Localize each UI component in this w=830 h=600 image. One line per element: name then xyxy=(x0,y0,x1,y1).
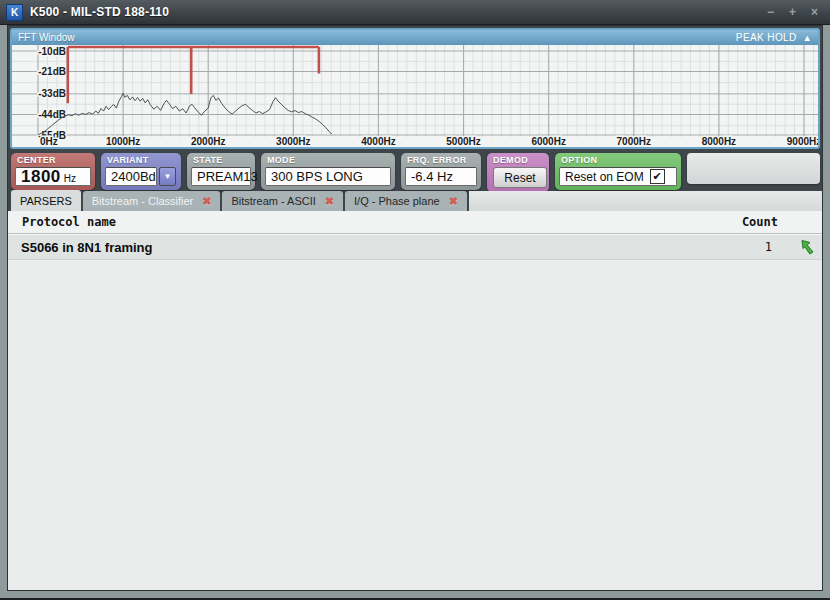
control-strip: CENTER 1800 Hz VARIANT 2400Bd ▼ STATE PR… xyxy=(8,149,822,189)
mode-label: MODE xyxy=(265,154,391,167)
maximize-button[interactable]: + xyxy=(789,0,796,24)
table-header: Protocol name Count xyxy=(8,211,822,234)
frequency-error-panel: FRQ. ERROR -6.4 Hz xyxy=(401,153,481,190)
reset-on-eom-checkbox[interactable]: ✔ xyxy=(650,169,665,184)
svg-text:7000Hz: 7000Hz xyxy=(617,136,651,145)
state-label: STATE xyxy=(191,154,251,167)
reset-on-eom-field: Reset on EOM ✔ xyxy=(559,167,677,186)
close-button[interactable]: × xyxy=(811,0,818,24)
variant-value: 2400Bd xyxy=(105,167,157,186)
tab-parsers[interactable]: PARSERS xyxy=(11,190,81,211)
app-icon: K xyxy=(6,4,23,21)
center-unit: Hz xyxy=(64,173,76,184)
tab-bar: PARSERS Bitstream - Classifier ✖ Bitstre… xyxy=(8,190,822,211)
center-value: 1800 xyxy=(21,167,61,187)
close-tab-icon[interactable]: ✖ xyxy=(202,195,211,208)
tab-label: I/Q - Phase plane xyxy=(354,195,440,207)
tab-bar-filler xyxy=(469,191,822,211)
demod-panel: DEMOD Reset xyxy=(487,153,549,192)
chevron-down-icon: ▼ xyxy=(164,172,172,181)
svg-text:8000Hz: 8000Hz xyxy=(702,136,736,145)
jump-to-parser-icon[interactable] xyxy=(800,239,816,255)
svg-text:3000Hz: 3000Hz xyxy=(276,136,310,145)
fft-title: FFT Window xyxy=(18,32,75,43)
peak-hold-label: PEAK HOLD xyxy=(736,32,797,43)
fft-header: FFT Window PEAK HOLD ▲ xyxy=(12,30,818,45)
option-panel: OPTION Reset on EOM ✔ xyxy=(555,153,681,190)
mode-value: 300 BPS LONG xyxy=(265,167,391,186)
fft-spectrum-chart: -10dB-21dB-33dB-44dB-55dB0Hz1000Hz2000Hz… xyxy=(12,45,818,145)
fft-panel: FFT Window PEAK HOLD ▲ -10dB-21dB-33dB-4… xyxy=(10,28,820,149)
table-row[interactable]: S5066 in 8N1 framing 1 xyxy=(8,234,822,260)
tab-label: Bitstream - Classifier xyxy=(92,195,193,207)
tab-label: PARSERS xyxy=(20,195,72,207)
svg-text:4000Hz: 4000Hz xyxy=(361,136,395,145)
tab-bitstream-ascii[interactable]: Bitstream - ASCII ✖ xyxy=(222,191,343,211)
svg-text:1000Hz: 1000Hz xyxy=(106,136,140,145)
count-column-header: Count xyxy=(742,215,822,229)
title-bar: K K500 - MIL-STD 188-110 − + × xyxy=(0,0,830,25)
state-panel: STATE PREAM13 xyxy=(187,153,255,190)
variant-dropdown-button[interactable]: ▼ xyxy=(159,167,176,186)
frq-error-label: FRQ. ERROR xyxy=(405,154,477,167)
window-title: K500 - MIL-STD 188-110 xyxy=(30,5,169,19)
variant-label: VARIANT xyxy=(105,154,177,167)
svg-text:0Hz: 0Hz xyxy=(40,136,58,145)
reset-on-eom-label: Reset on EOM xyxy=(565,170,644,184)
close-tab-icon[interactable]: ✖ xyxy=(325,195,334,208)
center-label: CENTER xyxy=(15,154,91,167)
parser-table: Protocol name Count S5066 in 8N1 framing… xyxy=(8,211,822,590)
frq-error-value: -6.4 Hz xyxy=(405,167,477,186)
app-window: K K500 - MIL-STD 188-110 − + × FFT Windo… xyxy=(0,0,830,600)
protocol-name-cell: S5066 in 8N1 framing xyxy=(8,240,153,255)
option-label: OPTION xyxy=(559,154,677,167)
demod-reset-button[interactable]: Reset xyxy=(493,167,547,188)
svg-text:-21dB: -21dB xyxy=(38,66,66,77)
collapse-arrow-icon: ▲ xyxy=(803,33,812,43)
tab-iq-phase-plane[interactable]: I/Q - Phase plane ✖ xyxy=(345,191,467,211)
center-frequency-panel: CENTER 1800 Hz xyxy=(11,153,95,190)
control-strip-filler xyxy=(687,153,820,184)
center-value-field[interactable]: 1800 Hz xyxy=(15,167,91,186)
state-value: PREAM13 xyxy=(191,167,251,186)
window-body: FFT Window PEAK HOLD ▲ -10dB-21dB-33dB-4… xyxy=(7,25,823,591)
table-empty-area xyxy=(8,260,822,590)
tab-bitstream-classifier[interactable]: Bitstream - Classifier ✖ xyxy=(83,191,221,211)
svg-text:-33dB: -33dB xyxy=(38,88,66,99)
svg-text:5000Hz: 5000Hz xyxy=(446,136,480,145)
peak-hold-toggle[interactable]: PEAK HOLD ▲ xyxy=(736,32,812,43)
svg-text:2000Hz: 2000Hz xyxy=(191,136,225,145)
svg-text:9000Hz: 9000Hz xyxy=(787,136,818,145)
variant-panel: VARIANT 2400Bd ▼ xyxy=(101,153,181,190)
tab-label: Bitstream - ASCII xyxy=(231,195,315,207)
svg-text:6000Hz: 6000Hz xyxy=(531,136,565,145)
protocol-name-column-header: Protocol name xyxy=(8,215,116,229)
close-tab-icon[interactable]: ✖ xyxy=(449,195,458,208)
minimize-button[interactable]: − xyxy=(767,0,774,24)
demod-label: DEMOD xyxy=(491,154,545,167)
svg-text:-10dB: -10dB xyxy=(38,46,66,57)
mode-panel: MODE 300 BPS LONG xyxy=(261,153,395,190)
